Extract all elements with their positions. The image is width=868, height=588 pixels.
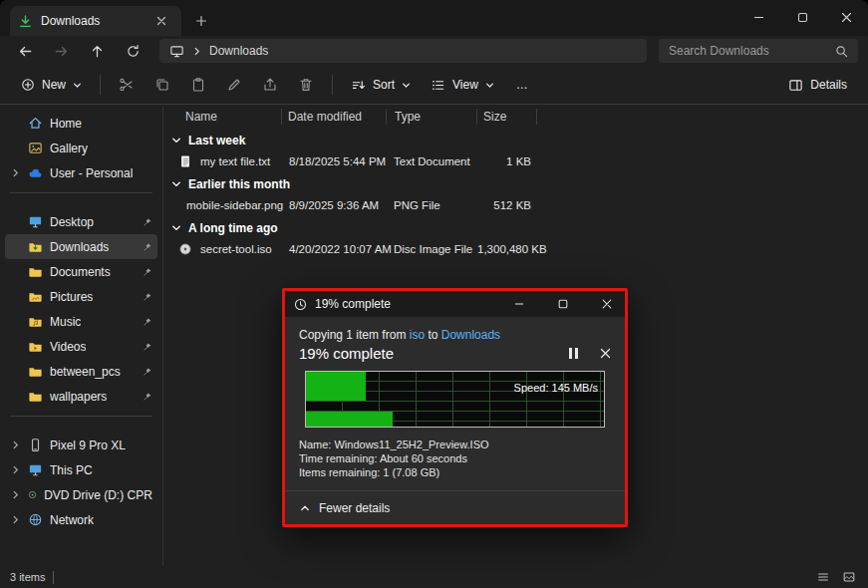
toolbar-separator (100, 75, 101, 95)
progress-header: 19% complete (299, 345, 611, 362)
sidebar-label: Home (50, 117, 82, 131)
sidebar-item-downloads[interactable]: Downloads (5, 234, 157, 259)
chevron-right-icon[interactable] (10, 515, 21, 524)
paste-button[interactable] (181, 70, 215, 100)
see-more-button[interactable]: … (505, 70, 539, 100)
maximize-button[interactable] (780, 0, 824, 34)
details-view-icon[interactable] (814, 569, 832, 585)
dialog-close-button[interactable] (589, 291, 625, 317)
group-header-a-long-time-ago[interactable]: A long time ago (164, 217, 868, 238)
new-button[interactable]: New (12, 70, 91, 100)
source-link[interactable]: iso (410, 328, 425, 342)
chevron-right-icon[interactable] (10, 465, 21, 474)
sidebar-item-pictures[interactable]: Pictures (5, 284, 157, 309)
rename-button[interactable] (217, 70, 251, 100)
sidebar-item-desktop[interactable]: Desktop (5, 209, 157, 234)
column-header-type[interactable]: Type (387, 109, 477, 125)
fewer-details-toggle[interactable]: Fewer details (285, 491, 625, 524)
file-name: mobile-sidebar.png (186, 199, 283, 211)
group-label: Earlier this month (188, 177, 290, 191)
text-file-icon (178, 154, 192, 168)
sidebar-item-videos[interactable]: Videos (5, 334, 157, 359)
group-header-last-week[interactable]: Last week (164, 130, 868, 150)
disc-icon (28, 487, 37, 502)
minimize-button[interactable] (736, 0, 780, 34)
cut-button[interactable] (110, 70, 144, 100)
sidebar-label: Gallery (50, 142, 88, 155)
dialog-minimize-button[interactable] (501, 291, 537, 317)
dialog-title-bar: 19% complete (285, 291, 625, 317)
copy-time-line: Time remaining: About 60 seconds (299, 451, 611, 465)
close-button[interactable] (824, 0, 868, 34)
sidebar-item-music[interactable]: Music (5, 309, 157, 334)
window-controls (736, 0, 868, 34)
chevron-down-icon (402, 81, 411, 90)
sidebar-item-gallery[interactable]: Gallery (5, 136, 157, 160)
view-button-label: View (452, 78, 478, 92)
search-icon[interactable] (835, 45, 848, 58)
up-button[interactable] (82, 38, 112, 64)
large-icons-view-icon[interactable] (840, 569, 858, 585)
breadcrumb-downloads[interactable]: Downloads (209, 44, 268, 58)
delete-button[interactable] (289, 70, 323, 100)
status-separator (53, 571, 54, 584)
forward-button[interactable] (46, 38, 76, 64)
sidebar-item-this-pc[interactable]: This PC (5, 457, 157, 482)
navigation-pane: Home Gallery User - Personal Desktop Dow… (0, 106, 163, 566)
details-pane-button[interactable]: Details (779, 70, 856, 100)
sidebar-item-network[interactable]: Network (5, 507, 157, 532)
chevron-right-icon[interactable] (10, 168, 21, 177)
column-headers: Name Date modified Type Size (164, 106, 868, 128)
sidebar-item-user-personal[interactable]: User - Personal (5, 160, 157, 185)
sidebar-item-between-pcs[interactable]: between_pcs (5, 359, 157, 384)
group-label: A long time ago (188, 221, 278, 235)
search-input[interactable] (669, 44, 829, 58)
back-button[interactable] (10, 38, 40, 64)
home-icon (28, 116, 43, 131)
cancel-copy-button[interactable] (600, 348, 611, 359)
downloads-folder-icon (28, 239, 43, 254)
network-icon (28, 512, 43, 527)
destination-link[interactable]: Downloads (441, 328, 500, 342)
dialog-maximize-button[interactable] (545, 291, 581, 317)
file-type: PNG File (387, 199, 477, 211)
pin-icon (143, 267, 152, 277)
chevron-down-icon (485, 81, 494, 90)
share-button[interactable] (253, 70, 287, 100)
sidebar-item-wallpapers[interactable]: wallpapers (5, 384, 157, 409)
sidebar-label: DVD Drive (D:) CPRA_X64FRE... (44, 488, 152, 502)
sidebar-item-home[interactable]: Home (5, 111, 157, 136)
file-size: 1,300,480 KB (477, 243, 537, 255)
download-icon (18, 14, 33, 29)
sort-button[interactable]: Sort (342, 70, 420, 100)
command-bar: New Sort View … Details (0, 66, 868, 105)
tab-close-icon[interactable] (149, 10, 173, 32)
sidebar-item-dvd-drive[interactable]: DVD Drive (D:) CPRA_X64FRE... (5, 482, 157, 507)
new-item-icon (21, 78, 35, 92)
file-row-secret-tool[interactable]: secret-tool.iso 4/20/2022 10:07 AM Disc … (164, 238, 868, 259)
tab-downloads[interactable]: Downloads (10, 6, 181, 36)
pause-button[interactable] (569, 348, 578, 359)
sidebar-item-pixel-9-pro-xl[interactable]: Pixel 9 Pro XL (5, 433, 157, 457)
sidebar-item-documents[interactable]: Documents (5, 259, 157, 284)
sidebar-label: Documents (50, 265, 111, 279)
copy-button[interactable] (145, 70, 179, 100)
chevron-right-icon[interactable] (10, 441, 21, 449)
file-row-mobile-sidebar[interactable]: mobile-sidebar.png 8/9/2025 9:36 AM PNG … (164, 194, 868, 215)
group-header-earlier-this-month[interactable]: Earlier this month (164, 173, 868, 194)
copy-prefix: Copying 1 item from (299, 328, 410, 342)
column-header-date-modified[interactable]: Date modified (282, 109, 387, 125)
chevron-right-icon[interactable] (10, 490, 21, 499)
column-header-size[interactable]: Size (477, 109, 537, 125)
chevron-down-icon (171, 179, 181, 189)
see-more-icon: … (516, 78, 528, 92)
refresh-button[interactable] (118, 38, 147, 64)
new-tab-button[interactable] (189, 10, 213, 32)
file-row-my-text-file[interactable]: my text file.txt 8/18/2025 5:44 PM Text … (164, 150, 868, 171)
column-header-name[interactable]: Name (164, 109, 282, 125)
view-button[interactable]: View (422, 70, 503, 100)
sidebar-label: Pixel 9 Pro XL (50, 439, 126, 452)
address-bar[interactable]: Downloads (159, 39, 647, 63)
toolbar-separator (332, 75, 333, 95)
view-toggles (814, 569, 858, 585)
